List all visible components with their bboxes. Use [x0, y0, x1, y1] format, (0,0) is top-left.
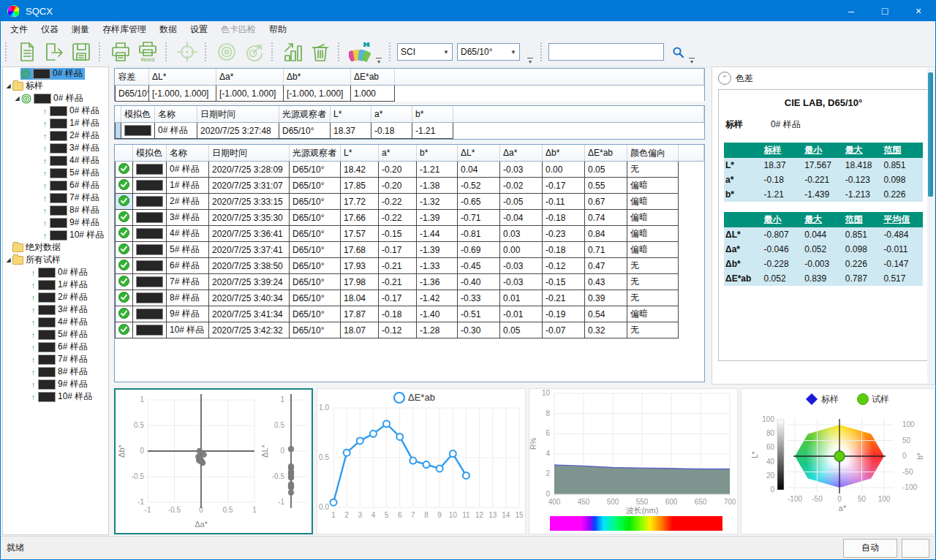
expander-icon[interactable]: ◢: [4, 257, 12, 263]
chart-spectral-reflectance[interactable]: 0246810400450500550600650700R%波长(nm): [529, 388, 738, 534]
column-header[interactable]: Δb*: [284, 69, 351, 86]
search-input[interactable]: [548, 43, 664, 61]
column-header[interactable]: Δa*: [216, 69, 284, 86]
tree-group-standard[interactable]: ◢标样: [3, 80, 108, 92]
column-header[interactable]: ΔL*: [149, 69, 216, 86]
toolbar-overflow-icon[interactable]: ▾: [374, 58, 383, 65]
tree-group-all-samples[interactable]: ◢所有试样: [3, 254, 108, 266]
column-header[interactable]: [116, 145, 133, 162]
new-document-button[interactable]: [13, 39, 40, 65]
column-header[interactable]: Δb*: [543, 145, 585, 162]
toolbar-overflow-icon[interactable]: ▾: [687, 58, 696, 65]
tree-item-all-sample-7[interactable]: ↑7# 样品: [3, 353, 108, 366]
column-header[interactable]: b*: [412, 106, 453, 123]
tree-item-standard-sample-0[interactable]: ↑0# 样品: [3, 105, 108, 117]
tree-item-all-sample-8[interactable]: ↑8# 样品: [3, 366, 108, 378]
sample-row-2[interactable]: 2# 样品2020/7/25 3:33:15D65/10°17.72-0.22-…: [116, 194, 704, 210]
column-header[interactable]: b*: [417, 145, 458, 162]
column-header[interactable]: 日期时间: [209, 145, 290, 162]
column-header[interactable]: ΔL*: [458, 145, 500, 162]
column-header[interactable]: 颜色偏向: [627, 145, 679, 162]
column-header[interactable]: 模拟色: [133, 145, 167, 162]
sample-row-6[interactable]: 6# 样品2020/7/25 3:38:50D65/10°17.93-0.21-…: [116, 258, 704, 274]
menu-item-7[interactable]: 帮助: [263, 21, 293, 38]
sample-row-8[interactable]: 8# 样品2020/7/25 3:40:34D65/10°18.04-0.17-…: [116, 290, 704, 306]
column-header[interactable]: a*: [371, 106, 412, 123]
column-header[interactable]: [116, 106, 121, 123]
column-header[interactable]: 容差: [116, 69, 149, 86]
tree-item-standard-sample-9[interactable]: ↑9# 样品: [3, 216, 108, 229]
sample-row-1[interactable]: 1# 样品2020/7/25 3:31:07D65/10°17.85-0.20-…: [116, 178, 704, 194]
expander-icon[interactable]: ◢: [13, 95, 21, 102]
column-header[interactable]: [453, 106, 704, 123]
tree-item-all-sample-4[interactable]: ↑4# 样品: [3, 316, 108, 328]
sample-row-4[interactable]: 4# 样品2020/7/25 3:36:41D65/10°17.57-0.15-…: [116, 226, 704, 242]
tree-item-standard-sample-2[interactable]: ↑2# 样品: [3, 129, 108, 142]
sample-row-3[interactable]: 3# 样品2020/7/25 3:35:30D65/10°17.66-0.22-…: [116, 210, 704, 226]
sci-mode-select[interactable]: SCI▼: [397, 43, 453, 61]
column-header[interactable]: 光源观察者: [290, 145, 341, 162]
tree-item-selected-sample[interactable]: 0# 样品: [3, 67, 108, 80]
column-header[interactable]: 模拟色: [121, 106, 155, 123]
menu-item-4[interactable]: 数据: [153, 21, 184, 38]
menu-item-1[interactable]: 仪器: [34, 21, 65, 38]
column-header[interactable]: [395, 69, 704, 86]
sample-row-10[interactable]: 10# 样品2020/7/25 3:42:32D65/10°18.07-0.12…: [116, 322, 704, 338]
close-button[interactable]: ×: [902, 1, 935, 21]
save-button[interactable]: [67, 39, 94, 65]
column-header[interactable]: ΔE*ab: [351, 69, 395, 86]
tree-item-all-sample-6[interactable]: ↑6# 样品: [3, 341, 108, 353]
delete-trash-button[interactable]: [306, 39, 333, 65]
tree-item-standard-sample-6[interactable]: ↑6# 样品: [3, 179, 108, 192]
print-word-button[interactable]: Word: [134, 39, 161, 65]
tree-item-standard[interactable]: ◢0# 样品: [3, 92, 108, 105]
open-export-button[interactable]: [40, 39, 67, 65]
column-header[interactable]: [679, 145, 704, 162]
tree-item-all-sample-0[interactable]: ↑0# 样品: [3, 266, 108, 279]
menu-item-2[interactable]: 测量: [65, 21, 96, 38]
sample-row-7[interactable]: 7# 样品2020/7/25 3:39:24D65/10°17.98-0.21-…: [116, 274, 704, 290]
chart-delta-scatter[interactable]: -1-0.500.51-1-0.500.51Δb*Δa*-1-0.500.51Δ…: [114, 388, 313, 534]
tree-item-all-sample-3[interactable]: ↑3# 样品: [3, 303, 108, 316]
sample-row-9[interactable]: 9# 样品2020/7/25 3:41:34D65/10°17.87-0.18-…: [116, 306, 704, 322]
minimize-button[interactable]: –: [834, 1, 868, 21]
menu-item-0[interactable]: 文件: [4, 21, 34, 38]
tree-item-standard-sample-8[interactable]: ↑8# 样品: [3, 204, 108, 216]
tree-item-standard-sample-4[interactable]: ↑4# 样品: [3, 154, 108, 167]
auto-mode-button[interactable]: 自动: [843, 539, 897, 558]
tree-item-standard-sample-5[interactable]: ↑5# 样品: [3, 167, 108, 179]
maximize-button[interactable]: □: [868, 1, 902, 21]
standard-row[interactable]: 0# 样品2020/7/25 3:27:48D65/10°18.37-0.18-…: [116, 123, 704, 139]
chart-deltae-trend[interactable]: ΔE*ab1234567891011121314150.00.51.0: [317, 388, 526, 534]
tree-item-all-sample-10[interactable]: ↑10# 样品: [3, 390, 108, 403]
menu-item-5[interactable]: 设置: [184, 21, 214, 38]
color-cards-button[interactable]: [346, 39, 373, 65]
sample-row-5[interactable]: 5# 样品2020/7/25 3:37:41D65/10°17.68-0.17-…: [116, 242, 704, 258]
tree-item-standard-sample-1[interactable]: ↑1# 样品: [3, 117, 108, 129]
column-header[interactable]: L*: [331, 106, 371, 123]
column-header[interactable]: L*: [341, 145, 379, 162]
column-header[interactable]: ΔE*ab: [585, 145, 627, 162]
illuminant-observer-select[interactable]: D65/10°▼: [457, 43, 520, 61]
tree-group-absolute-data[interactable]: 绝对数据: [3, 241, 108, 254]
tree-item-standard-sample-3[interactable]: ↑3# 样品: [3, 142, 108, 154]
tree-item-standard-sample-10[interactable]: ↑10# 样品: [3, 229, 108, 241]
tree-item-all-sample-9[interactable]: ↑9# 样品: [3, 378, 108, 390]
column-header[interactable]: 名称: [155, 106, 197, 123]
menu-item-3[interactable]: 存样库管理: [96, 21, 153, 38]
tree-item-all-sample-5[interactable]: ↑5# 样品: [3, 328, 108, 341]
panel-scrollbar[interactable]: [927, 68, 934, 383]
column-header[interactable]: 日期时间: [197, 106, 279, 123]
sample-row-0[interactable]: 0# 样品2020/7/25 3:28:09D65/10°18.42-0.20-…: [116, 162, 704, 178]
tree-item-standard-sample-7[interactable]: ↑7# 样品: [3, 192, 108, 204]
chart-lab-color-plane[interactable]: 标样试样100806040200L*100500-50-100b*-100-50…: [741, 388, 935, 534]
collapse-panel-icon[interactable]: ⌃: [718, 72, 731, 85]
column-header[interactable]: 名称: [167, 145, 209, 162]
tree-item-all-sample-1[interactable]: ↑1# 样品: [3, 279, 108, 291]
tree-item-all-sample-2[interactable]: ↑2# 样品: [3, 291, 108, 303]
expander-icon[interactable]: ◢: [4, 83, 12, 89]
search-button[interactable]: [670, 44, 686, 60]
column-header[interactable]: a*: [379, 145, 417, 162]
column-header[interactable]: Δa*: [500, 145, 543, 162]
menu-item-6[interactable]: 色卡匹检: [214, 21, 263, 38]
